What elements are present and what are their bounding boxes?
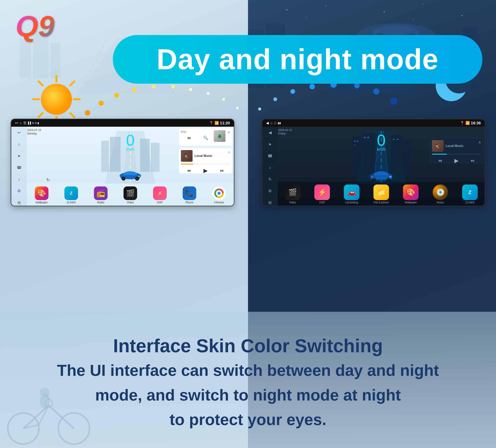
speed-value-left: 0 [126, 132, 135, 148]
sidebar-music[interactable]: ♪ [15, 175, 23, 183]
video-label-dark: Video [289, 201, 296, 204]
sidebar-phone-dark[interactable]: ☎ [266, 152, 274, 160]
app-wallpaper-left[interactable]: 🎨 Wallpaper [35, 186, 48, 204]
signal-right: ▮▮ [278, 121, 281, 125]
svg-point-36 [99, 101, 104, 106]
app-video-right[interactable]: 🎬 Video [285, 185, 300, 204]
screen-body-dark: ◀ ➤ ☎ ♪ ↻ ⚙ ⊞ 2024-01-12 Friday [262, 127, 485, 206]
screen-left: ↩ ⌂ ☰ ▌▌G G ▮ 📍 📶 11:20 ↩ ⌂ ➤ ☎ ♪ ⚙ ⊞ 20… [11, 119, 234, 206]
svg-point-41 [189, 88, 192, 91]
music-thumb-left: 🦅 [181, 150, 193, 162]
close-music-dark[interactable]: ∧ [479, 140, 481, 144]
sidebar-back-dark[interactable]: ◀ [266, 129, 274, 136]
close-radio[interactable]: ✕ [227, 130, 230, 134]
sidebar-home[interactable]: ⌂ [15, 140, 23, 148]
svg-point-20 [423, 3, 423, 4]
signal-icon: ▌▌G G ▮ [28, 121, 39, 125]
svg-point-40 [171, 85, 175, 88]
wallpaper-label: Wallpaper [36, 201, 48, 204]
svg-point-67 [138, 176, 140, 177]
play-btn[interactable]: ▶ [203, 167, 208, 174]
square-btn-right[interactable]: □ [274, 121, 276, 125]
svg-rect-85 [397, 139, 398, 140]
sidebar-music-dark[interactable]: ♪ [266, 164, 274, 172]
sidebar-phone[interactable]: ☎ [15, 164, 23, 172]
app-row-left: 🎨 Wallpaper Z ZLINK5 📻 Radio 🎬 Video ⚡ D… [27, 184, 234, 206]
banner-text: Day and night mode [156, 43, 439, 76]
play-btn-dark[interactable]: ▶ [454, 158, 459, 164]
zlink5-icon-dark: Z [462, 185, 478, 200]
app-wallpaper-right[interactable]: 🎨 Wallpaper [403, 185, 418, 204]
time-left: 11:20 [220, 121, 230, 125]
home-btn-right[interactable]: ⌂ [270, 121, 273, 125]
close-music-left[interactable]: ∧ [228, 150, 230, 154]
next-btn-music[interactable]: ⏭ [220, 168, 224, 173]
radio-card-left: KHz ✕ 🌲 ⏮ 🔍 ⏭ [179, 128, 232, 146]
prev-btn-dark[interactable]: ⏮ [438, 159, 442, 163]
bottom-subtitle-1: The UI interface can switch between day … [57, 360, 439, 381]
screen-body-light: ↩ ⌂ ➤ ☎ ♪ ⚙ ⊞ 2024-07-15 Monday [11, 127, 234, 206]
menu-btn[interactable]: ☰ [23, 121, 27, 125]
app-dsp-left[interactable]: ⚡ DSP [153, 186, 167, 204]
app-radio-left[interactable]: 📻 Radio [94, 186, 108, 204]
next-btn-dark[interactable]: ⏭ [471, 159, 475, 163]
screen-sidebar-right: ◀ ➤ ☎ ♪ ↻ ⚙ ⊞ [262, 127, 278, 206]
sun-icon [31, 74, 82, 125]
sidebar-back[interactable]: ↩ [15, 129, 23, 136]
progress-bar-dark [432, 154, 481, 155]
app-files-right[interactable]: 📁 File Explorer [373, 185, 389, 204]
svg-point-43 [222, 98, 225, 101]
app-phone-left[interactable]: 📞 Phone [183, 186, 196, 204]
zlink5-label-dark: ZLINK5 [465, 201, 474, 204]
svg-rect-80 [364, 137, 366, 138]
svg-rect-79 [354, 144, 356, 146]
chrome-icon [212, 186, 226, 200]
bottom-subtitle-3: to protect your eyes. [170, 409, 326, 430]
app-zlink5-left[interactable]: Z ZLINK5 [64, 186, 78, 204]
svg-point-21 [461, 15, 463, 16]
back-btn-right[interactable]: ◀ [266, 121, 269, 125]
speed-unit-right: km/h [377, 147, 385, 152]
search-btn[interactable]: 🔍 [203, 135, 208, 140]
sidebar-refresh-dark[interactable]: ↻ [266, 175, 274, 183]
sidebar-settings-dark[interactable]: ⚙ [266, 187, 274, 195]
app-carsetting-right[interactable]: 🚗 CarSetting [344, 185, 359, 204]
wifi-icon-right: 📶 [465, 121, 470, 125]
sidebar-settings[interactable]: ⚙ [15, 187, 23, 195]
sidebar-apps[interactable]: ⊞ [15, 199, 23, 206]
app-music-right[interactable]: 💿 Music [433, 185, 448, 204]
status-bar-left-controls: ↩ ⌂ ☰ ▌▌G G ▮ [15, 121, 39, 125]
svg-point-32 [41, 84, 72, 115]
svg-point-108 [40, 388, 50, 397]
dsp-label: DSP [157, 201, 163, 204]
zlink5-label: ZLINK5 [66, 201, 76, 204]
carsetting-icon: 🚗 [344, 185, 359, 200]
back-btn[interactable]: ↩ [15, 121, 18, 125]
refresh-icon[interactable]: ↻ [46, 177, 50, 183]
app-chrome-left[interactable]: Chrome [212, 186, 226, 204]
wallpaper-icon: 🎨 [35, 186, 48, 200]
svg-point-73 [217, 192, 221, 195]
location-icon: 📍 [209, 121, 213, 125]
music-card-dark: 🦅 Local Music ∧ ⏮ ▶ ⏭ [430, 138, 483, 163]
svg-point-45 [258, 107, 261, 111]
status-bar-right-right-side: 📍 📶 16:36 [460, 121, 481, 125]
sidebar-nav[interactable]: ➤ [15, 152, 23, 160]
prev-btn-music[interactable]: ⏮ [187, 168, 191, 173]
sidebar-nav-dark[interactable]: ➤ [266, 140, 274, 148]
prev-btn-radio[interactable]: ⏮ [187, 136, 191, 140]
app-dsp-right[interactable]: ⚡ DSP [314, 185, 330, 204]
svg-rect-57 [151, 143, 159, 172]
svg-point-35 [85, 110, 90, 116]
wallpaper-label-dark: Wallpaper [405, 201, 417, 204]
sidebar-apps-dark[interactable]: ⊞ [266, 199, 274, 206]
music-icon-dark: 💿 [433, 185, 448, 200]
app-video-left[interactable]: 🎬 Video [124, 186, 137, 204]
svg-point-37 [114, 93, 119, 98]
dsp-label-dark: DSP [319, 201, 325, 204]
home-btn[interactable]: ⌂ [20, 121, 22, 125]
music-label-left: Local Music [195, 154, 212, 158]
screen-right: ◀ ⌂ □ ▮▮ 📍 📶 16:36 ◀ ➤ ☎ ♪ ↻ ⚙ ⊞ 2024-01… [262, 119, 485, 206]
app-zlink5-right[interactable]: Z ZLINK5 [462, 185, 478, 204]
bottom-subtitle-2: mode, and switch to night mode at night [95, 385, 401, 406]
